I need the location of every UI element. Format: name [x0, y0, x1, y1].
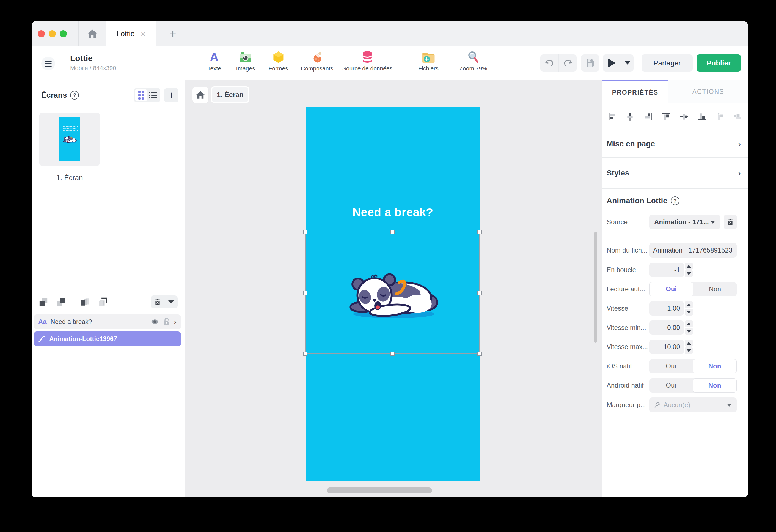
align-center-horizontal-icon[interactable] [626, 112, 634, 121]
play-button[interactable] [603, 54, 621, 71]
canvas-area[interactable]: 1. Écran Need a break? [185, 80, 602, 497]
delete-layer-button[interactable] [151, 296, 164, 308]
resize-handle-bottom-right[interactable] [477, 352, 482, 356]
help-icon[interactable]: ? [70, 91, 79, 100]
layer-row-text[interactable]: Aa Need a break? › [34, 314, 181, 329]
bring-to-front-button[interactable] [98, 297, 107, 307]
marker-dropdown[interactable]: Aucun(e) [649, 397, 737, 412]
section-divider [602, 236, 748, 236]
stepper-up-button[interactable] [685, 301, 693, 308]
chevron-right-icon: › [738, 169, 741, 177]
stepper-up-button[interactable] [685, 321, 693, 327]
layer-name: Need a break? [51, 318, 92, 326]
close-window-button[interactable] [38, 30, 45, 37]
tool-fichiers[interactable]: Fichiers [418, 51, 439, 72]
grid-view-button[interactable] [135, 89, 147, 101]
selection-box[interactable] [305, 232, 479, 354]
play-options-caret[interactable] [621, 54, 633, 71]
stepper-down-button[interactable] [685, 347, 693, 354]
screen-text[interactable]: Need a break? [306, 206, 479, 219]
screen-thumbnail-card[interactable]: Need a break? [39, 113, 100, 166]
main-toolbar: Lottie Mobile / 844x390 A Texte Images F… [32, 46, 748, 80]
share-button[interactable]: Partager [641, 54, 693, 71]
breadcrumb-home-button[interactable] [192, 87, 208, 103]
undo-button[interactable] [540, 54, 559, 71]
speed-stepper [685, 301, 693, 316]
stepper-up-button[interactable] [685, 263, 693, 270]
send-backward-button[interactable] [38, 297, 48, 307]
add-screen-button[interactable]: + [164, 88, 178, 102]
align-center-vertical-icon[interactable] [680, 112, 689, 121]
tool-composants[interactable]: Composants [301, 51, 333, 72]
publish-button[interactable]: Publier [697, 54, 741, 71]
home-tab[interactable] [78, 21, 107, 46]
speed-min-input[interactable]: 0.00 [649, 321, 684, 335]
field-marker: Marqueur p... Aucun(e) [607, 397, 737, 412]
align-bottom-icon[interactable] [698, 112, 707, 121]
hamburger-menu-button[interactable] [41, 57, 55, 70]
delete-options-caret[interactable] [164, 296, 178, 308]
save-button[interactable] [581, 54, 599, 71]
stepper-up-button[interactable] [685, 340, 693, 347]
ios-non-option[interactable]: Non [693, 359, 737, 373]
camera-icon [239, 51, 252, 63]
stepper-down-button[interactable] [685, 270, 693, 277]
new-tab-button[interactable]: + [163, 21, 182, 46]
align-right-icon[interactable] [644, 112, 652, 121]
resize-handle-top-right[interactable] [477, 230, 482, 234]
redo-button[interactable] [559, 54, 577, 71]
delete-source-button[interactable] [724, 214, 737, 229]
resize-handle-bottom-left[interactable] [303, 352, 308, 356]
stepper-down-button[interactable] [685, 328, 693, 335]
tool-texte[interactable]: A Texte [207, 51, 221, 72]
properties-tab-bar: PROPRIÉTÉS ACTIONS [602, 80, 748, 104]
loop-input[interactable]: -1 [649, 263, 684, 277]
bring-forward-button[interactable] [56, 297, 66, 307]
tool-formes[interactable]: Formes [268, 51, 288, 72]
canvas-horizontal-scrollbar[interactable] [327, 488, 432, 494]
resize-handle-top-center[interactable] [390, 230, 395, 234]
tab-actions[interactable]: ACTIONS [668, 80, 748, 104]
breadcrumb-screen-chip[interactable]: 1. Écran [211, 86, 249, 103]
distribute-vertical-icon[interactable] [734, 112, 743, 121]
list-view-button[interactable] [147, 89, 159, 101]
window-tab-bar: Lottie × + [32, 21, 748, 46]
align-left-icon[interactable] [608, 112, 616, 121]
resize-handle-top-left[interactable] [303, 230, 308, 234]
autoplay-oui-option[interactable]: Oui [649, 282, 693, 296]
speed-max-input[interactable]: 10.00 [649, 340, 684, 354]
android-native-toggle: Oui Non [649, 378, 737, 392]
resize-handle-middle-left[interactable] [303, 291, 308, 295]
distribute-horizontal-icon[interactable] [716, 112, 725, 121]
close-tab-icon[interactable]: × [141, 30, 146, 38]
ios-oui-option[interactable]: Oui [649, 359, 693, 373]
minimize-window-button[interactable] [49, 30, 56, 37]
layers-divider [32, 311, 185, 311]
canvas-vertical-scrollbar[interactable] [594, 232, 597, 343]
tool-images[interactable]: Images [236, 51, 255, 72]
speed-input[interactable]: 1.00 [649, 301, 684, 316]
autoplay-non-option[interactable]: Non [693, 282, 737, 296]
android-oui-option[interactable]: Oui [649, 378, 693, 392]
layer-expand-chevron[interactable]: › [174, 319, 177, 325]
home-icon [196, 91, 205, 99]
layer-lock-icon[interactable] [163, 318, 170, 326]
help-icon[interactable]: ? [671, 196, 680, 205]
filename-input[interactable]: Animation - 171765891523 [649, 243, 737, 258]
source-dropdown[interactable]: Animation - 171... [649, 214, 720, 229]
android-non-option[interactable]: Non [693, 378, 737, 392]
tool-source-de-donnees[interactable]: Source de données [342, 51, 392, 72]
resize-handle-middle-right[interactable] [477, 291, 482, 295]
send-to-back-button[interactable] [80, 297, 89, 307]
section-styles[interactable]: Styles › [602, 158, 748, 189]
tab-proprietes[interactable]: PROPRIÉTÉS [602, 80, 668, 104]
tab-lottie[interactable]: Lottie × [107, 21, 156, 47]
layer-visibility-icon[interactable] [151, 319, 159, 325]
layer-row-lottie-selected[interactable]: Animation-Lottie13967 [34, 332, 181, 346]
stepper-down-button[interactable] [685, 309, 693, 316]
tool-zoom[interactable]: Zoom 79% [459, 51, 487, 72]
section-mise-en-page[interactable]: Mise en page › [602, 130, 748, 158]
maximize-window-button[interactable] [60, 30, 67, 37]
align-top-icon[interactable] [661, 112, 670, 121]
resize-handle-bottom-center[interactable] [390, 352, 395, 356]
